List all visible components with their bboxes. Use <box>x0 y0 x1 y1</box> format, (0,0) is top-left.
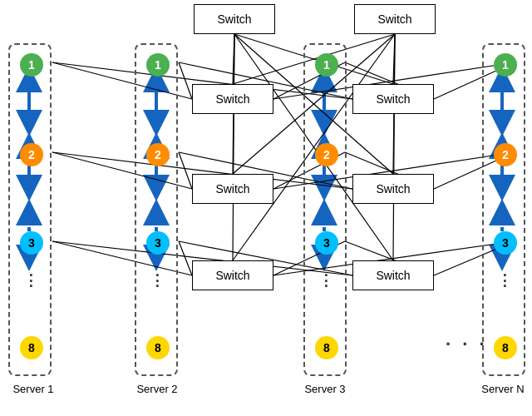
svg-line-35 <box>179 152 192 189</box>
server2-node1: 1 <box>146 53 170 77</box>
switch-mid-4: Switch <box>352 174 434 204</box>
server3-label: Server 3 <box>295 383 355 395</box>
server3-dots: ⋮ <box>318 271 333 290</box>
server2-node3: 3 <box>146 231 170 255</box>
server2-node8: 8 <box>146 336 170 359</box>
switch-top-1: Switch <box>194 4 275 34</box>
serverN-node8: 8 <box>494 336 517 359</box>
server1-node2: 2 <box>20 143 43 166</box>
server3-node8: 8 <box>315 336 338 359</box>
server1-node8: 8 <box>20 336 43 359</box>
serverN-node3: 3 <box>494 231 517 255</box>
server2-node2: 2 <box>146 143 170 166</box>
server-group-1: 1 2 3 ⋮ 8 <box>8 43 52 376</box>
server-group-2: 1 2 3 ⋮ 8 <box>135 43 178 376</box>
switch-mid-3: Switch <box>192 174 273 204</box>
switch-mid-5: Switch <box>192 260 273 290</box>
server1-node1: 1 <box>20 53 43 77</box>
server3-node2: 2 <box>315 143 338 166</box>
server1-dots: ⋮ <box>23 271 39 290</box>
server1-node3: 3 <box>20 231 43 255</box>
network-diagram: Switch Switch Switch Switch Switch Switc… <box>0 0 532 416</box>
server-group-n: 1 2 3 ⋮ 8 <box>482 43 525 376</box>
serverN-node2: 2 <box>494 143 517 166</box>
server2-label: Server 2 <box>129 383 185 395</box>
server2-dots: ⋮ <box>150 271 165 290</box>
server1-label: Server 1 <box>8 383 58 395</box>
svg-line-27 <box>179 62 192 99</box>
connection-lines <box>0 0 532 416</box>
serverN-dots: ⋮ <box>497 271 512 290</box>
switch-mid-1: Switch <box>192 84 273 114</box>
switch-mid-6: Switch <box>352 260 434 290</box>
svg-line-43 <box>179 241 192 275</box>
server3-node1: 1 <box>315 53 338 77</box>
server-dots: . . . <box>446 329 488 350</box>
serverN-node1: 1 <box>494 53 517 77</box>
serverN-label: Server N <box>475 383 530 395</box>
switch-top-2: Switch <box>354 4 436 34</box>
server3-node3: 3 <box>315 231 338 255</box>
switch-mid-2: Switch <box>352 84 434 114</box>
server-group-3: 1 2 3 ⋮ 8 <box>303 43 347 376</box>
